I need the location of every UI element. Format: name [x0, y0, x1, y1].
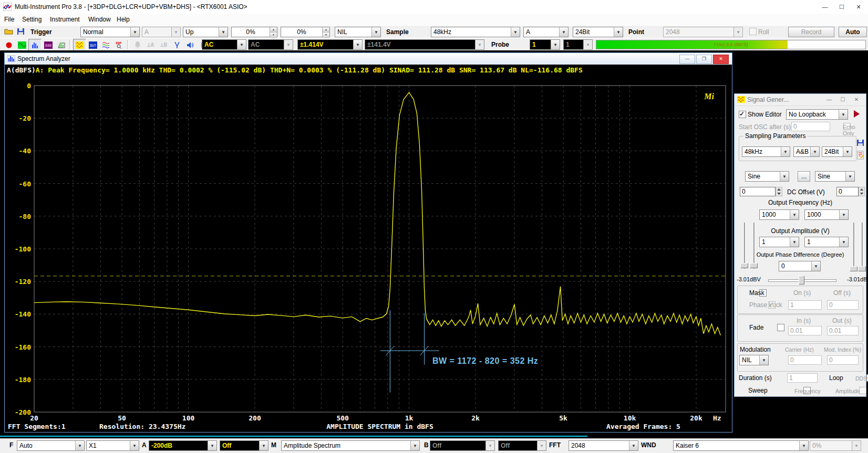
oscilloscope-icon[interactable] — [15, 39, 28, 51]
menu-instrument[interactable]: Instrument — [50, 16, 80, 23]
auto-button[interactable]: Auto — [839, 27, 867, 37]
svg-text:DUT: DUT — [90, 44, 96, 48]
trigger-toolbar: Trigger Normal▼ A▼ Up▼ 0%▲▼ 0%▲▼ NIL▼ Sa… — [0, 25, 868, 39]
spinner-arrows-icon[interactable]: ▲▼ — [322, 27, 329, 37]
sweep-amplitude-label: Amplitude — [835, 388, 860, 394]
dc-offset-a-input[interactable]: 0 — [740, 187, 776, 196]
gen-bits-dropdown[interactable]: 24Bit▼ — [822, 146, 852, 157]
window-restore-icon[interactable]: ❐ — [696, 55, 712, 64]
phase-lock-label: Phase Lock — [749, 301, 782, 309]
derived-data-source-icon[interactable] — [99, 39, 112, 51]
svg-text:-120: -120 — [15, 278, 31, 286]
probe-a-dropdown[interactable]: 1▼ — [530, 39, 560, 50]
trigger-edge-dropdown[interactable]: Up▼ — [183, 27, 228, 37]
range-a-dropdown[interactable]: ±1.414V▼ — [297, 39, 363, 50]
menu-file[interactable]: File — [4, 16, 14, 23]
view-mode-dropdown[interactable]: Amplitude Spectrum▼ — [281, 440, 420, 451]
signal-generator-icon[interactable] — [73, 39, 86, 51]
app-title-bar[interactable]: Multi-Instrument Pro 3.8 - [+3DP+DLG+LCR… — [0, 0, 868, 14]
generator-run-icon[interactable] — [852, 110, 861, 120]
spectrum-window-title-bar[interactable]: Spectrum Analyzer — ❐ ✕ — [5, 53, 732, 65]
coupling-a-dropdown[interactable]: AC▼ — [202, 39, 246, 50]
amplitude-a-dropdown[interactable]: 1▼ — [759, 237, 799, 247]
modulation-type-dropdown[interactable]: NIL▼ — [739, 355, 769, 365]
gen-channels-dropdown[interactable]: A&B▼ — [793, 146, 820, 157]
save-file-icon[interactable] — [17, 28, 25, 37]
menu-help[interactable]: Help — [117, 16, 130, 23]
fader-a1-handle[interactable] — [740, 263, 748, 268]
chevron-down-icon: ▼ — [790, 237, 799, 247]
phase-difference-dropdown[interactable]: 0▼ — [779, 261, 821, 271]
chevron-down-icon: ▼ — [839, 110, 848, 119]
chevron-down-icon: ▼ — [843, 147, 852, 156]
processing-a-dropdown[interactable]: Off▼ — [220, 440, 268, 451]
trigger-mode-dropdown[interactable]: Normal▼ — [80, 27, 140, 37]
close-icon[interactable]: ✕ — [851, 2, 866, 12]
panel-restore-icon[interactable]: ☐ — [838, 96, 848, 103]
window-function-dropdown[interactable]: Kaiser 6▼ — [673, 440, 809, 451]
fader-b1-handle[interactable] — [850, 266, 857, 271]
svg-text:20k: 20k — [690, 414, 702, 422]
range-a-display-dropdown[interactable]: -200dB▼ — [149, 440, 217, 451]
spectrum-window-icon — [7, 55, 15, 64]
plot-canvas[interactable]: 0-20-40-60-80-100-120-140-160-180-200205… — [5, 76, 732, 432]
waveform-a-dropdown[interactable]: Sine▼ — [745, 171, 789, 182]
dc-offset-b-input[interactable]: 0 — [836, 187, 859, 196]
menu-setting[interactable]: Setting — [22, 16, 42, 23]
wnd-label: WND — [641, 441, 656, 449]
menu-window[interactable]: Window — [88, 16, 111, 23]
zoom-dropdown[interactable]: X1▼ — [86, 440, 139, 451]
calibration-icon[interactable] — [170, 39, 183, 51]
window-close-icon[interactable]: ✕ — [713, 55, 729, 64]
loopback-dropdown[interactable]: No Loopback▼ — [786, 109, 848, 120]
save-signal-icon[interactable] — [856, 139, 864, 148]
sampling-channel-dropdown[interactable]: A▼ — [523, 27, 569, 37]
frequency-a-dropdown[interactable]: 1000▼ — [759, 209, 799, 220]
balance-slider-handle[interactable] — [799, 276, 804, 285]
frequency-b-dropdown[interactable]: 1000▼ — [804, 209, 849, 220]
trigger-level-spinner[interactable]: 0%▲▼ — [231, 27, 277, 37]
svg-text:10k: 10k — [624, 414, 636, 422]
spectrum-plot[interactable]: 0-20-40-60-80-100-120-140-160-180-200205… — [5, 76, 732, 432]
spinner-arrows-icon[interactable]: ▲▼ — [270, 27, 277, 37]
panel-minimize-icon[interactable]: — — [824, 96, 834, 103]
show-editor-checkbox[interactable] — [739, 111, 746, 118]
minimize-icon[interactable]: — — [818, 2, 832, 12]
sampling-bits-dropdown[interactable]: 24Bit▼ — [573, 27, 623, 37]
trigger-delay-spinner[interactable]: 0%▲▼ — [281, 27, 330, 37]
edit-list-icon[interactable] — [857, 151, 864, 161]
sampling-rate-dropdown[interactable]: 48kHz▼ — [431, 27, 520, 37]
display-toolbar: F Auto▼ X1▼ A -200dB▼ Off▼ M Amplitude S… — [0, 438, 868, 453]
frequency-axis-dropdown[interactable]: Auto▼ — [17, 440, 85, 451]
panel-close-icon[interactable]: ✕ — [851, 96, 862, 103]
open-file-icon[interactable] — [4, 28, 14, 37]
chevron-down-icon: ▼ — [614, 27, 623, 37]
spectrum-analyzer-icon[interactable] — [28, 39, 42, 51]
gen-sampling-rate-dropdown[interactable]: 48kHz▼ — [742, 146, 790, 157]
duration-input: 1 — [787, 373, 818, 383]
more-options-button[interactable]: ... — [798, 171, 810, 182]
fft-points-dropdown[interactable]: 2048▼ — [569, 440, 638, 451]
waveform-b-dropdown[interactable]: Sine▼ — [815, 171, 855, 182]
mask-off-input: 0 — [827, 300, 859, 310]
fade-checkbox[interactable] — [777, 324, 784, 331]
dc-offset-b-spinner[interactable] — [859, 187, 865, 198]
spectrum-3d-plot-icon[interactable] — [55, 39, 68, 51]
chevron-down-icon: ▼ — [259, 441, 268, 450]
sound-device-icon[interactable] — [183, 39, 197, 51]
data-parameter-viewer-icon[interactable]: DDP — [112, 39, 126, 51]
dc-offset-a-spinner[interactable] — [776, 187, 782, 198]
loop-label: Loop — [829, 374, 843, 382]
trigger-stop-dropdown[interactable]: NIL▼ — [335, 27, 381, 37]
signal-generator-title-bar[interactable]: Signal Gener... — ☐ ✕ — [735, 94, 866, 106]
record-icon[interactable] — [2, 39, 15, 51]
point-label: Point — [628, 28, 644, 36]
device-test-plan-icon[interactable]: DUT — [86, 39, 99, 51]
echo-only-label: Echo Only — [843, 124, 866, 136]
window-minimize-icon[interactable]: — — [679, 55, 695, 64]
maximize-icon[interactable]: ☐ — [834, 2, 849, 12]
fader-a2-handle[interactable] — [750, 263, 758, 268]
multimeter-icon[interactable]: 888 — [42, 39, 55, 51]
amplitude-b-dropdown[interactable]: 1▼ — [804, 237, 849, 247]
fader-b2-handle[interactable] — [858, 266, 866, 271]
